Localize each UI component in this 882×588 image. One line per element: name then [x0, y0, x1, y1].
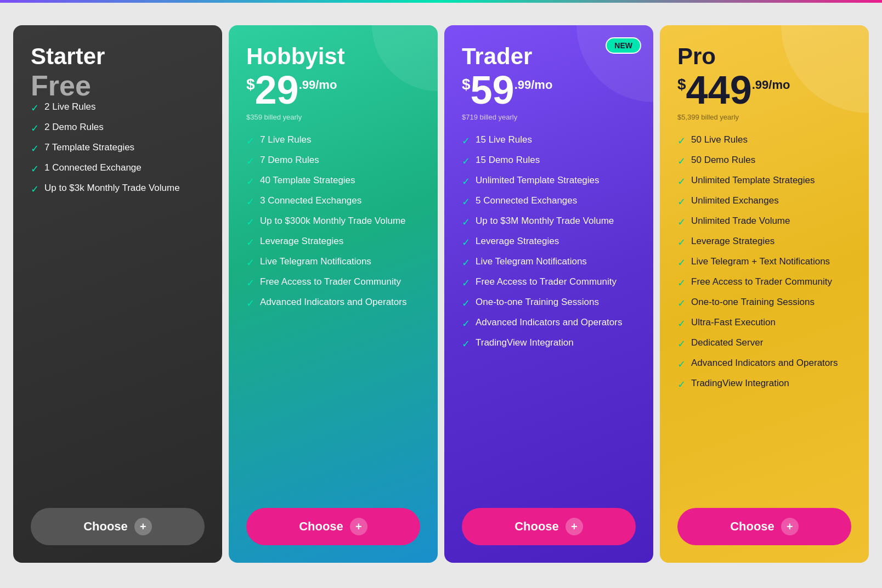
feature-text: Advanced Indicators and Operators: [476, 317, 622, 328]
check-icon: ✓: [677, 196, 686, 208]
feature-text: Leverage Strategies: [691, 236, 774, 247]
feature-item: ✓ Free Access to Trader Community: [462, 276, 636, 289]
feature-text: 15 Demo Rules: [476, 155, 540, 166]
feature-item: ✓ 3 Connected Exchanges: [246, 195, 420, 208]
feature-item: ✓ TradingView Integration: [462, 337, 636, 350]
check-icon: ✓: [677, 236, 686, 248]
plan-name: Hobbyist: [246, 45, 420, 68]
choose-button[interactable]: Choose +: [462, 508, 636, 545]
feature-text: 7 Template Strategies: [44, 142, 134, 153]
feature-text: 1 Connected Exchange: [44, 162, 142, 173]
check-icon: ✓: [246, 236, 255, 248]
check-icon: ✓: [462, 176, 470, 188]
check-icon: ✓: [31, 163, 39, 175]
plan-name: Starter: [31, 45, 205, 68]
plan-card-pro: Pro $ 449 .99/mo $5,399 billed yearly ✓ …: [660, 25, 869, 563]
check-icon: ✓: [462, 216, 470, 228]
price-billed: $359 billed yearly: [246, 113, 420, 121]
feature-text: Leverage Strategies: [260, 236, 343, 247]
feature-item: ✓ Up to $3M Monthly Trade Volume: [462, 216, 636, 228]
feature-item: ✓ TradingView Integration: [677, 378, 851, 391]
plus-icon: +: [781, 518, 799, 535]
feature-text: Leverage Strategies: [476, 236, 559, 247]
feature-text: Dedicated Server: [691, 337, 763, 348]
price-row: $ 29 .99/mo: [246, 70, 420, 110]
price-decimal: .99/mo: [299, 78, 337, 92]
feature-text: Free Access to Trader Community: [691, 276, 832, 287]
check-icon: ✓: [462, 236, 470, 248]
plan-card-hobbyist: Hobbyist $ 29 .99/mo $359 billed yearly …: [229, 25, 438, 563]
check-icon: ✓: [462, 297, 470, 309]
feature-text: Ultra-Fast Execution: [691, 317, 776, 328]
features-list: ✓ 2 Live Rules ✓ 2 Demo Rules ✓ 7 Templa…: [31, 101, 205, 493]
feature-text: Live Telegram Notifications: [476, 256, 587, 267]
feature-item: ✓ Leverage Strategies: [462, 236, 636, 248]
choose-button[interactable]: Choose +: [677, 508, 851, 545]
pricing-container: Starter Free ✓ 2 Live Rules ✓ 2 Demo Rul…: [13, 25, 869, 563]
check-icon: ✓: [31, 143, 39, 155]
check-icon: ✓: [677, 338, 686, 350]
choose-button[interactable]: Choose +: [246, 508, 420, 545]
price-main: 449: [686, 70, 752, 110]
check-icon: ✓: [462, 318, 470, 330]
check-icon: ✓: [246, 155, 255, 167]
check-icon: ✓: [677, 216, 686, 228]
plan-subtitle: Free: [31, 70, 205, 101]
feature-text: Free Access to Trader Community: [476, 276, 617, 287]
feature-item: ✓ Up to $300k Monthly Trade Volume: [246, 216, 420, 228]
plan-card-trader: NEW Trader $ 59 .99/mo $719 billed yearl…: [444, 25, 653, 563]
price-dollar: $: [677, 76, 686, 93]
price-billed: $5,399 billed yearly: [677, 113, 851, 121]
feature-text: One-to-one Training Sessions: [476, 297, 599, 308]
feature-text: One-to-one Training Sessions: [691, 297, 815, 308]
feature-item: ✓ 7 Demo Rules: [246, 155, 420, 167]
price-row: $ 59 .99/mo: [462, 70, 636, 110]
feature-item: ✓ 50 Live Rules: [677, 134, 851, 147]
check-icon: ✓: [677, 257, 686, 269]
check-icon: ✓: [677, 378, 686, 391]
feature-item: ✓ 2 Live Rules: [31, 101, 205, 114]
price-dollar: $: [246, 76, 255, 93]
check-icon: ✓: [462, 155, 470, 167]
price-decimal: .99/mo: [752, 78, 790, 92]
choose-button[interactable]: Choose +: [31, 508, 205, 545]
feature-text: 5 Connected Exchanges: [476, 195, 577, 206]
choose-label: Choose: [83, 519, 128, 534]
feature-item: ✓ 2 Demo Rules: [31, 122, 205, 134]
check-icon: ✓: [677, 277, 686, 289]
check-icon: ✓: [246, 196, 255, 208]
check-icon: ✓: [462, 338, 470, 350]
price-decimal: .99/mo: [514, 78, 553, 92]
feature-item: ✓ 7 Live Rules: [246, 134, 420, 147]
check-icon: ✓: [246, 176, 255, 188]
check-icon: ✓: [677, 155, 686, 167]
feature-text: Unlimited Trade Volume: [691, 216, 790, 227]
feature-text: TradingView Integration: [691, 378, 789, 389]
features-list: ✓ 7 Live Rules ✓ 7 Demo Rules ✓ 40 Templ…: [246, 134, 420, 493]
check-icon: ✓: [31, 102, 39, 114]
price-main: 29: [255, 70, 299, 110]
feature-item: ✓ Live Telegram Notifications: [462, 256, 636, 269]
check-icon: ✓: [677, 135, 686, 147]
price-dollar: $: [462, 76, 471, 93]
plus-icon: +: [134, 518, 152, 535]
feature-item: ✓ Free Access to Trader Community: [677, 276, 851, 289]
feature-text: Up to $3k Monthly Trade Volume: [44, 183, 180, 194]
feature-item: ✓ 5 Connected Exchanges: [462, 195, 636, 208]
plan-name: Pro: [677, 45, 851, 68]
feature-item: ✓ Dedicated Server: [677, 337, 851, 350]
feature-item: ✓ 15 Demo Rules: [462, 155, 636, 167]
check-icon: ✓: [462, 135, 470, 147]
check-icon: ✓: [31, 122, 39, 134]
check-icon: ✓: [246, 216, 255, 228]
feature-item: ✓ Unlimited Template Strategies: [462, 175, 636, 188]
plus-icon: +: [350, 518, 368, 535]
price-row: $ 449 .99/mo: [677, 70, 851, 110]
feature-item: ✓ 15 Live Rules: [462, 134, 636, 147]
feature-text: 2 Demo Rules: [44, 122, 104, 133]
price-billed: $719 billed yearly: [462, 113, 636, 121]
feature-item: ✓ 1 Connected Exchange: [31, 162, 205, 175]
plan-card-starter: Starter Free ✓ 2 Live Rules ✓ 2 Demo Rul…: [13, 25, 222, 563]
feature-text: Up to $300k Monthly Trade Volume: [260, 216, 406, 227]
feature-text: 7 Live Rules: [260, 134, 312, 145]
